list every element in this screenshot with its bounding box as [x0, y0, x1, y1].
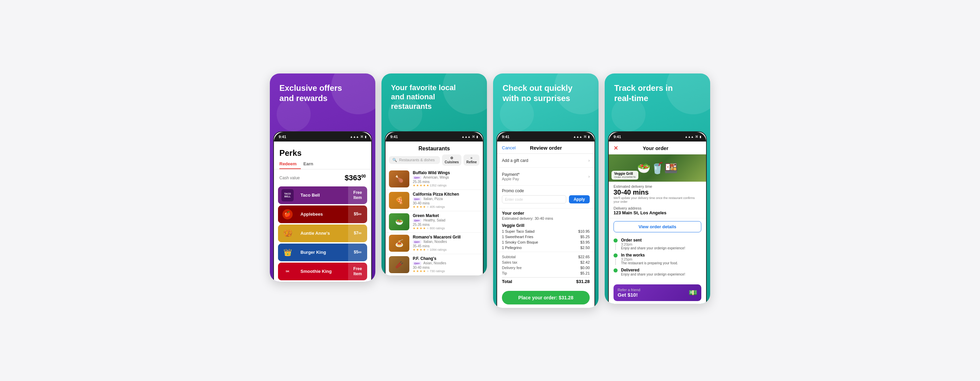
restaurant-stars-3: ★★★★★ 1094 ratings	[413, 248, 479, 251]
perk-reward-4: FreeItem	[348, 263, 367, 280]
signal-icon: ▲▲▲	[350, 135, 359, 138]
order-section-title: Your order	[497, 208, 595, 216]
signal-icon-2: ▲▲▲	[461, 135, 471, 138]
close-button[interactable]: ✕	[614, 145, 618, 151]
restaurant-name-2: Green Market	[413, 213, 479, 218]
payment-row[interactable]: Payment* Apple Pay ›	[502, 170, 590, 183]
signal-icon-3: ▲▲▲	[573, 135, 582, 138]
order-subtotals: Subtotal $22.65 Sales tax $2.42 Delivery…	[497, 252, 595, 287]
cuisines-label: Cuisines	[445, 160, 459, 164]
battery-icon: ▮	[365, 135, 366, 138]
restaurant-info-0: Buffalo Wild Wings GH+ American, Wings 2…	[413, 170, 479, 187]
food-image: 🥗🥤🍱 Veggie Grill Order #12345678	[609, 154, 706, 182]
perk-reward-2: $700	[348, 224, 367, 242]
order-item-1: 1 Sweetheart Fries $5.25	[497, 234, 595, 240]
gift-card-chevron: ›	[588, 158, 590, 163]
perk-item-tacobell[interactable]: TACOBELL Taco Bell FreeItem	[278, 186, 367, 204]
restaurant-badge-2: GH+	[413, 219, 421, 222]
phone-screen-2: 9:41 ▲▲▲ ⌘ ▮ Restaurants 🔍 Restaurants &…	[385, 131, 484, 276]
perk-item-auntie[interactable]: 🥨 Auntie Anne's $700	[278, 224, 367, 242]
perks-tab-earn[interactable]: Earn	[304, 159, 318, 169]
payment-value: Apple Pay	[502, 177, 520, 181]
refer-image: 💵	[689, 289, 697, 297]
payment-section: Payment* Apple Pay ›	[497, 168, 595, 186]
timeline-item-2: Delivered Enjoy and share your orderign …	[614, 268, 701, 276]
refer-label: Refer a friend	[617, 288, 640, 292]
restaurant-stars-0: ★★★★★ 1352 ratings	[413, 184, 479, 187]
item-name-3: 1 Pellegrino	[502, 246, 522, 250]
restaurant-time-3: 35-45 mins	[413, 244, 479, 248]
order-est-delivery: Estimated delivery: 30-40 mins	[497, 216, 595, 222]
time-3: 9:41	[502, 135, 509, 139]
search-box[interactable]: 🔍 Restaurants & dishes	[389, 156, 440, 164]
perk-reward-3: $500	[348, 244, 367, 261]
battery-icon-3: ▮	[588, 135, 590, 138]
rating-count-2: 800 ratings	[430, 227, 445, 230]
restaurant-stars-4: ★★★★★ 730 ratings	[413, 270, 479, 273]
restaurant-img-2: 🥗	[389, 213, 409, 230]
timeline-time-0: 3:20pm	[621, 243, 701, 246]
signal-icon-4: ▲▲▲	[685, 135, 694, 138]
refine-filter[interactable]: ≡ Refine	[463, 154, 479, 166]
refer-value: Get $10!	[617, 292, 640, 298]
rating-count-1: 405 ratings	[430, 205, 445, 208]
restaurant-1[interactable]: 🍕 California Pizza Kitchen GH+ Italian, …	[385, 190, 483, 211]
restaurant-4[interactable]: 🥢 P.F. Chang's GH+ Asian, Noodles 30-40 …	[385, 254, 483, 276]
restaurant-2[interactable]: 🥗 Green Market GH+ Healthy, Salad 25-35 …	[385, 211, 483, 233]
place-order-button[interactable]: Place your order: $31.28	[502, 291, 590, 305]
perks-cash-row: Cash value $36300	[274, 172, 371, 185]
restaurant-info-2: Green Market GH+ Healthy, Salad 25-35 mi…	[413, 213, 479, 230]
time-1: 9:41	[279, 135, 286, 139]
card3-heading: Check out quickly with no surprises	[503, 83, 578, 103]
timeline-content-1: In the works 3:25pm The restaurant is pr…	[621, 253, 701, 265]
wifi-icon-4: ⌘	[695, 135, 698, 138]
promo-section: Promo code Enter code Apply	[497, 186, 595, 208]
restaurant-0[interactable]: 🍗 Buffalo Wild Wings GH+ American, Wings…	[385, 168, 483, 190]
total-value: $31.28	[576, 279, 590, 284]
search-row: 🔍 Restaurants & dishes ⚙ Cuisines ≡ Refi…	[385, 154, 483, 168]
timeline-title-2: Delivered	[621, 268, 701, 273]
restaurants-screen: Restaurants 🔍 Restaurants & dishes ⚙ Cui…	[385, 141, 483, 276]
restaurant-3[interactable]: 🍝 Romano's Macaroni Grill GH+ Italian, N…	[385, 233, 483, 254]
item-price-1: $5.25	[580, 235, 590, 239]
timeline-title-0: Order sent	[621, 238, 701, 243]
gift-card-row[interactable]: Add a gift card ›	[502, 157, 590, 165]
restaurant-info-4: P.F. Chang's GH+ Asian, Noodles 30-40 mi…	[413, 256, 479, 273]
timeline-dot-2	[614, 268, 617, 273]
restaurant-img-1: 🍕	[389, 192, 409, 209]
restaurant-badge-3: GH+	[413, 240, 421, 244]
restaurant-stars-1: ★★★★★ 405 ratings	[413, 205, 479, 208]
restaurant-name-4: P.F. Chang's	[413, 256, 479, 261]
refer-banner[interactable]: Refer a friend Get $10! 💵	[614, 284, 701, 301]
timeline-dot-0	[614, 238, 617, 243]
cancel-button[interactable]: Cancel	[502, 145, 515, 150]
restaurant-img-4: 🥢	[389, 256, 409, 273]
promo-input[interactable]: Enter code	[502, 195, 566, 203]
restaurant-meta-1: GH+ Italian, Pizza	[413, 197, 479, 201]
tip-row: Tip $5.21	[502, 270, 590, 276]
perk-name-3: Burger King	[297, 250, 348, 255]
perks-tabs[interactable]: Redeem Earn	[274, 159, 371, 170]
rating-count-4: 730 ratings	[430, 270, 445, 273]
cuisines-filter[interactable]: ⚙ Cuisines	[442, 154, 462, 166]
perk-item-burgerking[interactable]: 👑 Burger King $500	[278, 244, 367, 261]
perks-screen: Perks Redeem Earn Cash value $36300 TACO…	[274, 141, 371, 280]
apply-button[interactable]: Apply	[569, 195, 590, 203]
timeline-item-0: Order sent 3:20pm Enjoy and share your o…	[614, 238, 701, 250]
perk-item-applebees[interactable]: 🍎 Applebees $500	[278, 205, 367, 223]
rating-count-3: 1094 ratings	[430, 248, 447, 251]
perk-item-smoothieking[interactable]: SK Smoothie King FreeItem	[278, 263, 367, 280]
restaurant-time-2: 25-35 mins	[413, 223, 479, 227]
restaurant-time-0: 25-35 mins	[413, 180, 479, 184]
refine-label: Refine	[466, 160, 477, 164]
subtotal-value: $22.65	[578, 255, 590, 259]
status-icons-4: ▲▲▲ ⌘ ▮	[685, 135, 701, 138]
track-order-number: Order #12345678	[614, 176, 636, 179]
perks-tab-redeem[interactable]: Redeem	[279, 159, 301, 169]
battery-icon-4: ▮	[700, 135, 701, 138]
view-order-button[interactable]: View order details	[614, 221, 701, 232]
delivery-time-label: Estimated delivery time	[614, 184, 701, 189]
restaurant-stars-2: ★★★★★ 800 ratings	[413, 227, 479, 230]
restaurant-time-4: 30-40 mins	[413, 266, 479, 270]
timeline-desc-1: The restaurant is preparing your food.	[621, 261, 701, 265]
